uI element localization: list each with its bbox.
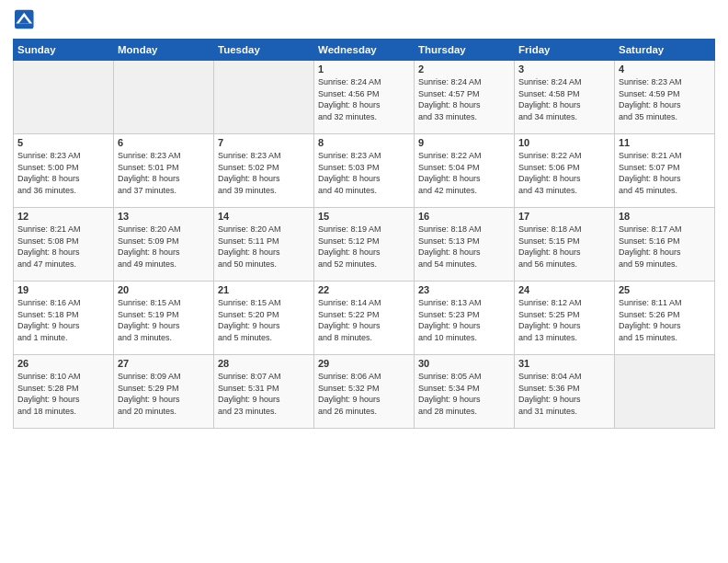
- day-number: 21: [218, 284, 310, 295]
- day-info: Sunrise: 8:18 AM Sunset: 5:13 PM Dayligh…: [418, 224, 510, 270]
- calendar-day-cell: 4Sunrise: 8:23 AM Sunset: 4:59 PM Daylig…: [615, 61, 715, 134]
- day-info: Sunrise: 8:23 AM Sunset: 5:00 PM Dayligh…: [17, 150, 109, 196]
- day-info: Sunrise: 8:15 AM Sunset: 5:20 PM Dayligh…: [218, 297, 310, 343]
- weekday-header-cell: Wednesday: [314, 40, 415, 61]
- day-number: 30: [418, 358, 510, 369]
- day-info: Sunrise: 8:15 AM Sunset: 5:19 PM Dayligh…: [118, 297, 210, 343]
- calendar-day-cell: 7Sunrise: 8:23 AM Sunset: 5:02 PM Daylig…: [214, 134, 314, 208]
- day-number: 12: [17, 211, 109, 222]
- calendar-day-cell: 13Sunrise: 8:20 AM Sunset: 5:09 PM Dayli…: [114, 208, 214, 282]
- day-number: 7: [218, 137, 310, 148]
- calendar-body: 1Sunrise: 8:24 AM Sunset: 4:56 PM Daylig…: [14, 61, 715, 429]
- calendar-day-cell: 27Sunrise: 8:09 AM Sunset: 5:29 PM Dayli…: [114, 355, 214, 429]
- calendar-day-cell: 10Sunrise: 8:22 AM Sunset: 5:06 PM Dayli…: [515, 134, 615, 208]
- calendar-week-row: 26Sunrise: 8:10 AM Sunset: 5:28 PM Dayli…: [14, 355, 715, 429]
- day-number: 3: [518, 63, 610, 75]
- calendar-day-cell: [615, 355, 715, 429]
- calendar-day-cell: 3Sunrise: 8:24 AM Sunset: 4:58 PM Daylig…: [515, 61, 615, 134]
- day-info: Sunrise: 8:20 AM Sunset: 5:11 PM Dayligh…: [218, 224, 310, 270]
- day-info: Sunrise: 8:24 AM Sunset: 4:56 PM Dayligh…: [318, 76, 410, 122]
- day-info: Sunrise: 8:17 AM Sunset: 5:16 PM Dayligh…: [619, 224, 711, 270]
- calendar-page: SundayMondayTuesdayWednesdayThursdayFrid…: [0, 0, 728, 563]
- calendar-day-cell: 12Sunrise: 8:21 AM Sunset: 5:08 PM Dayli…: [14, 208, 114, 282]
- day-info: Sunrise: 8:21 AM Sunset: 5:08 PM Dayligh…: [17, 224, 109, 270]
- day-number: 14: [218, 211, 310, 222]
- weekday-header-cell: Sunday: [14, 40, 114, 61]
- day-info: Sunrise: 8:18 AM Sunset: 5:15 PM Dayligh…: [518, 224, 610, 270]
- calendar-day-cell: 31Sunrise: 8:04 AM Sunset: 5:36 PM Dayli…: [515, 355, 615, 429]
- day-number: 5: [17, 137, 109, 148]
- day-number: 1: [318, 63, 410, 75]
- calendar-day-cell: 8Sunrise: 8:23 AM Sunset: 5:03 PM Daylig…: [314, 134, 415, 208]
- calendar-day-cell: 11Sunrise: 8:21 AM Sunset: 5:07 PM Dayli…: [615, 134, 715, 208]
- logo-icon: [15, 9, 35, 29]
- calendar-week-row: 5Sunrise: 8:23 AM Sunset: 5:00 PM Daylig…: [14, 134, 715, 208]
- day-number: 15: [318, 211, 410, 222]
- day-info: Sunrise: 8:23 AM Sunset: 4:59 PM Dayligh…: [619, 76, 711, 122]
- day-number: 16: [418, 211, 510, 222]
- day-number: 20: [118, 284, 210, 295]
- day-number: 26: [17, 358, 109, 369]
- day-info: Sunrise: 8:24 AM Sunset: 4:57 PM Dayligh…: [418, 76, 510, 122]
- day-number: 29: [318, 358, 410, 369]
- day-info: Sunrise: 8:05 AM Sunset: 5:34 PM Dayligh…: [418, 371, 510, 417]
- day-number: 2: [418, 63, 510, 75]
- calendar-day-cell: 14Sunrise: 8:20 AM Sunset: 5:11 PM Dayli…: [214, 208, 314, 282]
- day-info: Sunrise: 8:23 AM Sunset: 5:02 PM Dayligh…: [218, 150, 310, 196]
- calendar-day-cell: [14, 61, 114, 134]
- weekday-header-cell: Saturday: [615, 40, 715, 61]
- calendar-day-cell: 20Sunrise: 8:15 AM Sunset: 5:19 PM Dayli…: [114, 282, 214, 355]
- day-info: Sunrise: 8:04 AM Sunset: 5:36 PM Dayligh…: [518, 371, 610, 417]
- calendar-week-row: 19Sunrise: 8:16 AM Sunset: 5:18 PM Dayli…: [14, 282, 715, 355]
- day-number: 31: [518, 358, 610, 369]
- calendar-day-cell: 30Sunrise: 8:05 AM Sunset: 5:34 PM Dayli…: [415, 355, 515, 429]
- day-number: 19: [17, 284, 109, 295]
- calendar-day-cell: 15Sunrise: 8:19 AM Sunset: 5:12 PM Dayli…: [314, 208, 415, 282]
- day-info: Sunrise: 8:07 AM Sunset: 5:31 PM Dayligh…: [218, 371, 310, 417]
- day-info: Sunrise: 8:19 AM Sunset: 5:12 PM Dayligh…: [318, 224, 410, 270]
- day-info: Sunrise: 8:10 AM Sunset: 5:28 PM Dayligh…: [17, 371, 109, 417]
- calendar-week-row: 1Sunrise: 8:24 AM Sunset: 4:56 PM Daylig…: [14, 61, 715, 134]
- header: [13, 9, 715, 33]
- day-number: 18: [619, 211, 711, 222]
- calendar-day-cell: 17Sunrise: 8:18 AM Sunset: 5:15 PM Dayli…: [515, 208, 615, 282]
- day-number: 13: [118, 211, 210, 222]
- day-info: Sunrise: 8:11 AM Sunset: 5:26 PM Dayligh…: [619, 297, 711, 343]
- day-number: 4: [619, 63, 711, 75]
- day-number: 10: [518, 137, 610, 148]
- calendar-day-cell: 19Sunrise: 8:16 AM Sunset: 5:18 PM Dayli…: [14, 282, 114, 355]
- calendar-day-cell: [214, 61, 314, 134]
- calendar-week-row: 12Sunrise: 8:21 AM Sunset: 5:08 PM Dayli…: [14, 208, 715, 282]
- day-number: 9: [418, 137, 510, 148]
- weekday-header-row: SundayMondayTuesdayWednesdayThursdayFrid…: [14, 40, 715, 61]
- day-info: Sunrise: 8:23 AM Sunset: 5:03 PM Dayligh…: [318, 150, 410, 196]
- logo: [13, 9, 37, 33]
- calendar-day-cell: 9Sunrise: 8:22 AM Sunset: 5:04 PM Daylig…: [415, 134, 515, 208]
- day-info: Sunrise: 8:21 AM Sunset: 5:07 PM Dayligh…: [619, 150, 711, 196]
- calendar-day-cell: [114, 61, 214, 134]
- day-number: 22: [318, 284, 410, 295]
- day-info: Sunrise: 8:13 AM Sunset: 5:23 PM Dayligh…: [418, 297, 510, 343]
- day-info: Sunrise: 8:23 AM Sunset: 5:01 PM Dayligh…: [118, 150, 210, 196]
- day-info: Sunrise: 8:12 AM Sunset: 5:25 PM Dayligh…: [518, 297, 610, 343]
- calendar-day-cell: 23Sunrise: 8:13 AM Sunset: 5:23 PM Dayli…: [415, 282, 515, 355]
- day-info: Sunrise: 8:22 AM Sunset: 5:06 PM Dayligh…: [518, 150, 610, 196]
- day-number: 17: [518, 211, 610, 222]
- day-info: Sunrise: 8:16 AM Sunset: 5:18 PM Dayligh…: [17, 297, 109, 343]
- calendar-table: SundayMondayTuesdayWednesdayThursdayFrid…: [13, 39, 715, 429]
- day-number: 28: [218, 358, 310, 369]
- weekday-header-cell: Tuesday: [214, 40, 314, 61]
- calendar-day-cell: 22Sunrise: 8:14 AM Sunset: 5:22 PM Dayli…: [314, 282, 415, 355]
- calendar-day-cell: 1Sunrise: 8:24 AM Sunset: 4:56 PM Daylig…: [314, 61, 415, 134]
- weekday-header-cell: Friday: [515, 40, 615, 61]
- calendar-day-cell: 24Sunrise: 8:12 AM Sunset: 5:25 PM Dayli…: [515, 282, 615, 355]
- calendar-day-cell: 16Sunrise: 8:18 AM Sunset: 5:13 PM Dayli…: [415, 208, 515, 282]
- day-number: 25: [619, 284, 711, 295]
- day-number: 27: [118, 358, 210, 369]
- day-info: Sunrise: 8:14 AM Sunset: 5:22 PM Dayligh…: [318, 297, 410, 343]
- calendar-day-cell: 6Sunrise: 8:23 AM Sunset: 5:01 PM Daylig…: [114, 134, 214, 208]
- calendar-day-cell: 21Sunrise: 8:15 AM Sunset: 5:20 PM Dayli…: [214, 282, 314, 355]
- calendar-day-cell: 18Sunrise: 8:17 AM Sunset: 5:16 PM Dayli…: [615, 208, 715, 282]
- calendar-day-cell: 29Sunrise: 8:06 AM Sunset: 5:32 PM Dayli…: [314, 355, 415, 429]
- day-info: Sunrise: 8:20 AM Sunset: 5:09 PM Dayligh…: [118, 224, 210, 270]
